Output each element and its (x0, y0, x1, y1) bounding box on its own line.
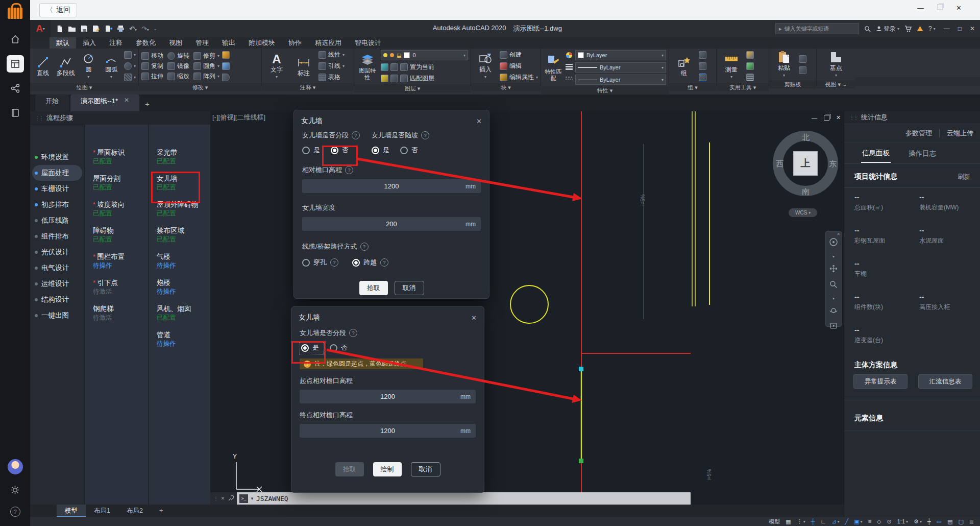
pan-icon[interactable] (829, 265, 838, 275)
process-panel-header[interactable]: ⋮⋮ 流程步骤 (30, 111, 210, 125)
task-roof-split[interactable]: 屋面分割已配置 (85, 174, 148, 200)
annotation-visibility-icon[interactable]: ┿ (927, 518, 931, 525)
explode-tool[interactable] (222, 61, 230, 70)
zoom-caret[interactable]: ▾ (832, 296, 835, 301)
offset-tool[interactable] (222, 73, 230, 82)
ortho-toggle-icon[interactable]: ∟ (821, 518, 826, 524)
search-icon[interactable] (864, 26, 871, 32)
hardware-accel-icon[interactable]: ▭ (937, 518, 942, 525)
cmd-grip-icon[interactable]: ⋮ (213, 496, 217, 501)
leader-tool[interactable]: 引线▾ (318, 61, 345, 70)
step-carport-design[interactable]: 车棚设计 (30, 181, 84, 197)
autocad-logo-icon[interactable]: A▾ (30, 20, 51, 37)
panel-label-clipboard[interactable]: 剪贴板 (769, 80, 816, 88)
file-tab-start[interactable]: 开始 (35, 93, 69, 111)
ribbon-tab-smart-electric[interactable]: 智电设计 (348, 37, 388, 49)
task-steel-ladder[interactable]: 钢爬梯待激活 (85, 304, 148, 330)
make-current-tool[interactable]: 置为当前 (381, 62, 468, 71)
move-tool[interactable]: 移动 (141, 51, 163, 60)
create-block-tool[interactable]: 创建 (500, 50, 538, 59)
help-tip-icon[interactable]: ? (330, 258, 338, 267)
minimize-icon[interactable]: — (917, 4, 924, 12)
plugin-logo-icon[interactable] (5, 3, 26, 23)
end-elevation-input[interactable]: 1200mm (300, 424, 476, 438)
parapet-width-input[interactable]: 200mm (302, 217, 481, 231)
seg2-yes-radio[interactable] (301, 344, 309, 352)
task-turret[interactable]: 炮楼待操作 (149, 278, 210, 304)
stats-panel-header[interactable]: ⋮⋮ 统计信息 (844, 111, 980, 124)
task-fence[interactable]: *围栏布置待操作 (85, 252, 148, 278)
copy-tool[interactable]: 复制 (141, 61, 163, 70)
nav-wheel-icon[interactable] (829, 237, 838, 249)
layer-select-dropdown[interactable]: ⬓ 0 ▾ (381, 50, 468, 60)
perforation-radio[interactable] (302, 259, 310, 267)
group-edit-tool[interactable] (699, 61, 706, 70)
new-file-icon[interactable] (56, 25, 63, 33)
lineweight-dropdown[interactable]: ByLayer▾ (575, 62, 666, 73)
tab-info-panel[interactable]: 信息面板 (861, 144, 891, 163)
hatch-tool[interactable]: ▾ (124, 73, 136, 82)
trim-tool[interactable]: 修剪▾ (193, 51, 219, 60)
stretch-tool[interactable]: 拉伸 (141, 71, 163, 81)
workspace-switch-icon[interactable]: ⚙ ▾ (914, 518, 922, 525)
restore-icon[interactable] (937, 4, 943, 10)
step-environment[interactable]: 环境设置 (30, 149, 84, 165)
step-module-layout[interactable]: 组件排布 (30, 228, 84, 244)
ribbon-tab-output[interactable]: 输出 (215, 37, 242, 49)
ribbon-tab-addins[interactable]: 附加模块 (242, 37, 282, 49)
paste-tool[interactable]: 粘贴▾ (772, 50, 796, 79)
pick-button[interactable]: 拾取 (359, 281, 388, 295)
seg-no-radio[interactable] (331, 147, 338, 154)
dialog2-close-icon[interactable]: ✕ (471, 314, 477, 322)
ribbon-tab-insert[interactable]: 插入 (76, 37, 103, 49)
lineweight-toggle-icon[interactable]: ≡ (868, 518, 871, 524)
annotation-scale[interactable]: 1:1 ▾ (897, 518, 908, 524)
task-parapet[interactable]: 女儿墙已配置 (149, 174, 210, 200)
command-input[interactable]: >_ ▼ JSZAWNEQ (237, 492, 691, 505)
notification-icon[interactable] (917, 26, 923, 32)
panel-label-draw[interactable]: 绘图 ▾ (30, 83, 138, 91)
step-initial-layout[interactable]: 初步排布 (30, 197, 84, 212)
app-store-cart-icon[interactable] (904, 26, 912, 32)
qat-customize-icon[interactable]: ⌄ (154, 27, 157, 31)
task-daylight-band[interactable]: 采光带已配置 (149, 148, 210, 174)
settings-gear-icon[interactable] (8, 482, 23, 497)
navbar-close-icon[interactable]: ✕ (837, 232, 840, 236)
dimension-tool[interactable]: 标注 (291, 55, 316, 77)
help-tip-icon[interactable]: ? (352, 131, 360, 139)
fillet-tool[interactable]: 圆角▾ (193, 61, 219, 70)
sign-in-button[interactable]: 登录▾ (876, 25, 899, 33)
panel-label-group[interactable]: 组 ▾ (669, 83, 716, 91)
cancel-button[interactable]: 取消 (395, 281, 424, 295)
compass-south[interactable]: 南 (802, 187, 810, 197)
show-motion-icon[interactable] (830, 322, 837, 331)
color-wheel-icon[interactable] (566, 52, 573, 61)
edit-attributes-tool[interactable]: 编辑属性▾ (500, 73, 538, 82)
home-icon[interactable] (7, 31, 24, 48)
help-icon[interactable]: ? (8, 504, 23, 519)
panel-label-utilities[interactable]: 实用工具 ▾ (717, 83, 769, 91)
crossover-radio[interactable] (352, 259, 360, 267)
help-tip-icon[interactable]: ? (380, 258, 388, 267)
compass-east[interactable]: 东 (829, 159, 837, 169)
snap-toggle-icon[interactable]: ⋮ ▾ (797, 518, 805, 525)
panel-label-layers[interactable]: 图层 ▾ (354, 84, 471, 92)
layout2-tab[interactable]: 布局2 (118, 505, 151, 517)
layout1-tab[interactable]: 布局1 (86, 505, 118, 517)
rotate-tool[interactable]: 旋转 (167, 51, 189, 60)
save-icon[interactable] (81, 25, 88, 32)
customization-menu-icon[interactable]: ≣ (969, 518, 974, 525)
help-tip-icon[interactable]: ? (349, 329, 357, 337)
task-fan-chimney[interactable]: 风机、烟囱已配置 (149, 304, 210, 330)
polar-tracking-icon[interactable]: ⊿ ▾ (831, 518, 839, 525)
task-slope[interactable]: *坡度坡向已配置 (85, 200, 148, 226)
file-tab-document[interactable]: 演示图纸--1*✕ (70, 93, 139, 111)
file-tab-close-icon[interactable]: ✕ (124, 97, 129, 104)
grid-toggle-icon[interactable]: ▦ (786, 518, 791, 525)
model-tab[interactable]: 模型 (57, 505, 86, 517)
task-forbidden-area[interactable]: 禁布区域已配置 (149, 226, 210, 252)
help-tip-icon[interactable]: ? (360, 243, 369, 251)
task-pipeline[interactable]: 管道待操作 (149, 330, 210, 356)
compass-west[interactable]: 西 (776, 159, 783, 169)
cloud-upload-link[interactable]: 云端上传 (940, 129, 980, 138)
